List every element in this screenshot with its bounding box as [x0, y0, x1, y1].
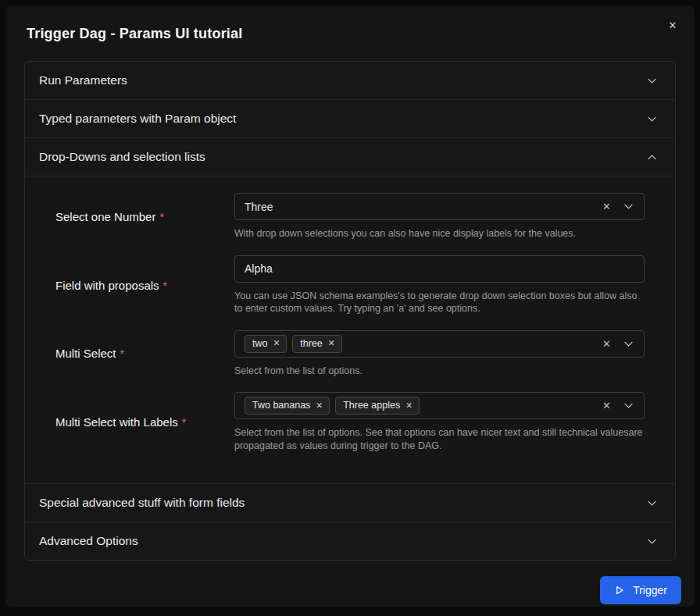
selected-tag: Three apples ✕ — [335, 397, 420, 415]
chevron-down-icon — [646, 113, 658, 125]
clear-icon[interactable]: ✕ — [602, 201, 611, 212]
tag-close-icon[interactable]: ✕ — [316, 401, 323, 410]
tag-close-icon[interactable]: ✕ — [328, 339, 335, 347]
dropdowns-panel: Select one Number* Three ✕ — [25, 176, 675, 483]
field-row-field-with-proposals: Field with proposals* You can use JSON s… — [55, 255, 645, 315]
trigger-dag-dialog: Trigger Dag - Params UI tutorial ✕ Run P… — [5, 5, 695, 607]
section-label: Typed parameters with Param object — [39, 112, 236, 126]
params-accordion: Run Parameters Typed parameters with Par… — [24, 61, 676, 561]
clear-icon[interactable]: ✕ — [602, 339, 611, 349]
multi-select-labels-combobox[interactable]: Two bananas ✕ Three apples ✕ ✕ — [234, 392, 645, 419]
trigger-button-label: Trigger — [633, 584, 667, 596]
field-label: Select one Number* — [55, 210, 234, 223]
close-icon[interactable]: ✕ — [662, 15, 684, 37]
dialog-title: Trigger Dag - Params UI tutorial — [27, 26, 676, 42]
tag-close-icon[interactable]: ✕ — [273, 339, 280, 347]
chevron-up-icon — [646, 151, 658, 163]
required-asterisk: * — [182, 416, 186, 429]
section-header-typed-parameters[interactable]: Typed parameters with Param object — [25, 100, 675, 137]
multi-select-combobox[interactable]: two ✕ three ✕ ✕ — [234, 330, 645, 358]
section-dropdowns: Drop-Downs and selection lists Select on… — [25, 137, 675, 483]
proposals-input[interactable] — [234, 255, 645, 283]
select-one-number-combobox[interactable]: Three ✕ — [234, 193, 645, 220]
section-header-advanced-options[interactable]: Advanced Options — [25, 522, 675, 560]
section-header-dropdowns[interactable]: Drop-Downs and selection lists — [25, 138, 675, 176]
field-label: Field with proposals* — [55, 279, 234, 292]
section-advanced-options: Advanced Options — [25, 522, 675, 560]
clear-icon[interactable]: ✕ — [602, 401, 611, 411]
section-header-run-parameters[interactable]: Run Parameters — [25, 62, 675, 99]
required-asterisk: * — [120, 347, 124, 360]
chevron-down-icon[interactable] — [623, 400, 634, 411]
field-row-select-one-number: Select one Number* Three ✕ — [55, 193, 645, 240]
play-icon — [614, 585, 625, 596]
dialog-header: Trigger Dag - Params UI tutorial ✕ — [5, 5, 695, 42]
tag-close-icon[interactable]: ✕ — [405, 401, 412, 410]
chevron-down-icon — [646, 75, 658, 87]
field-row-multi-select: Multi Select* two ✕ three ✕ — [55, 330, 645, 378]
required-asterisk: * — [163, 280, 167, 292]
chevron-down-icon[interactable] — [623, 338, 634, 350]
section-typed-parameters: Typed parameters with Param object — [25, 99, 675, 137]
field-help-text: With drop down selections you can also h… — [234, 227, 645, 240]
trigger-button[interactable]: Trigger — [600, 576, 681, 604]
field-label: Multi Select with Labels* — [55, 415, 234, 429]
required-asterisk: * — [159, 211, 163, 223]
section-label: Special advanced stuff with form fields — [39, 496, 245, 510]
selected-value: Three — [245, 201, 273, 213]
section-run-parameters: Run Parameters — [25, 62, 675, 99]
field-row-multi-select-with-labels: Multi Select with Labels* Two bananas ✕ … — [55, 392, 645, 452]
field-help-text: Select from the list of options. See tha… — [234, 426, 645, 452]
selected-tag: two ✕ — [245, 335, 287, 353]
field-help-text: You can use JSON schema examples's to ge… — [234, 290, 645, 315]
field-help-text: Select from the list of options. — [234, 365, 645, 378]
dialog-footer: Trigger — [5, 561, 695, 604]
chevron-down-icon — [646, 536, 658, 547]
chevron-down-icon — [646, 497, 658, 509]
selected-tag: Two bananas ✕ — [245, 397, 330, 415]
field-label: Multi Select* — [55, 347, 234, 360]
section-special-advanced: Special advanced stuff with form fields — [25, 483, 675, 522]
section-label: Drop-Downs and selection lists — [39, 150, 205, 164]
chevron-down-icon[interactable] — [623, 201, 634, 212]
section-label: Run Parameters — [39, 73, 127, 87]
section-label: Advanced Options — [39, 534, 138, 548]
section-header-special-advanced[interactable]: Special advanced stuff with form fields — [25, 484, 675, 522]
selected-tag: three ✕ — [292, 335, 341, 353]
